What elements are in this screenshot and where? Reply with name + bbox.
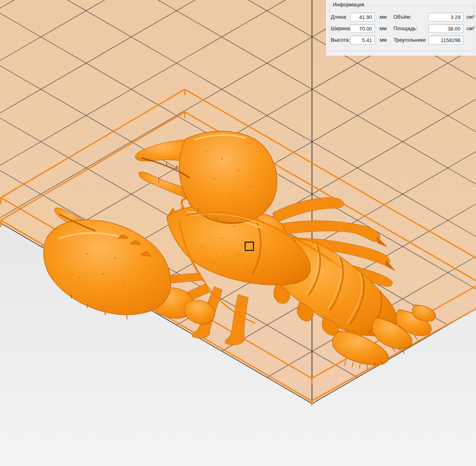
length-input[interactable]	[350, 13, 375, 21]
triangles-input[interactable]	[428, 36, 463, 44]
info-panel: Информация Длина: мм Ширина: мм Высота: …	[326, 0, 476, 56]
length-unit: мм	[380, 13, 387, 21]
height-label: Высота:	[331, 36, 350, 44]
area-label: Площадь:	[393, 24, 417, 33]
width-unit: мм	[380, 24, 387, 33]
volume-unit: см³	[466, 13, 474, 21]
height-unit: мм	[380, 36, 387, 44]
length-label: Длина:	[331, 13, 347, 21]
width-input[interactable]	[350, 24, 375, 33]
viewport-3d[interactable]: Информация Длина: мм Ширина: мм Высота: …	[0, 0, 476, 466]
width-label: Ширина:	[331, 24, 351, 33]
volume-input[interactable]	[428, 13, 463, 21]
triangles-label: Треугольники	[393, 36, 426, 44]
height-input[interactable]	[350, 36, 375, 44]
area-unit: см²	[466, 24, 474, 33]
volume-label: Объём:	[393, 13, 411, 21]
area-input[interactable]	[428, 24, 463, 33]
scene-3d	[0, 0, 476, 466]
info-panel-title: Информация	[331, 2, 366, 8]
